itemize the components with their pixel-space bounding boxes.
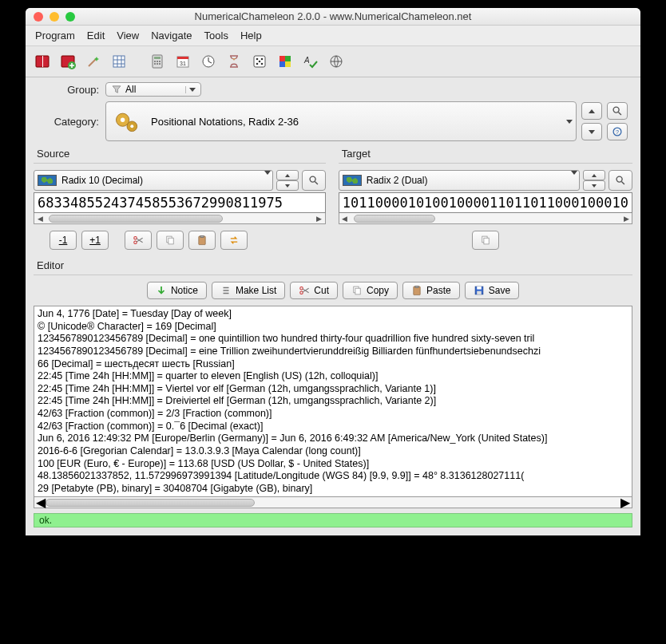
source-copy-button[interactable] [157,231,184,250]
calc-icon[interactable] [149,53,166,70]
arrow-down-icon [156,285,167,296]
svg-rect-42 [200,235,204,237]
svg-rect-54 [477,291,482,294]
editor-scrollbar[interactable]: ◀ ▶ [34,497,632,508]
source-buttons: -1 +1 [34,231,326,250]
svg-point-9 [159,61,161,62]
editor-textarea[interactable]: Jun 4, 1776 [Date] = Tuesday [Day of wee… [34,306,632,497]
app-window: NumericalChameleon 2.0.0 - www.Numerical… [26,8,640,535]
svg-point-22 [259,61,261,63]
copy-button[interactable]: Copy [343,282,398,299]
group-value: All [122,84,185,95]
target-unit-stepper [583,170,605,191]
transfer-icon [228,235,240,246]
svg-rect-4 [113,56,125,67]
paste-button[interactable]: Paste [402,282,460,299]
svg-point-46 [300,291,303,294]
group-combo[interactable]: All [105,82,201,97]
source-unit-stepper [276,170,299,191]
editor-line: 22:45 [Time 24h [HH:MM]] = Viertel vor e… [38,383,628,396]
source-input[interactable]: 683348552437458553672990811975 [34,192,326,213]
target-unit-down[interactable] [583,180,605,191]
editor-line: Jun 6, 2016 12:49:32 PM [Europe/Berlin (… [38,433,628,445]
group-row: Group: All [34,82,632,97]
flag-icon [343,175,362,186]
category-help-button[interactable]: ? [607,123,628,140]
menu-help[interactable]: Help [236,28,267,43]
source-unit-combo[interactable]: Radix 10 (Decimal) [34,170,273,191]
source-section: Source Radix 10 (Decimal) 68334855243745… [34,146,326,250]
source-unit-down[interactable] [276,180,299,191]
menu-tools[interactable]: Tools [200,28,233,43]
svg-rect-1 [42,56,43,67]
menu-edit[interactable]: Edit [82,28,109,43]
svg-text:?: ? [616,129,619,135]
editor-line: 48.13856021337852, 11.572996973991394 [L… [38,470,628,483]
wand-icon[interactable] [85,53,102,70]
hourglass-icon[interactable] [225,53,243,70]
editor-line: 1234567890123456789 [Decimal] = eine Tri… [38,346,628,358]
source-cut-button[interactable] [125,231,152,250]
scissors-icon [133,235,144,246]
editor-title: Editor [34,258,632,275]
target-unit-up[interactable] [583,170,605,180]
menu-navigate[interactable]: Navigate [146,28,196,43]
clipboard-icon [196,235,208,246]
svg-rect-49 [355,288,360,294]
svg-rect-23 [279,56,285,61]
floppy-icon [474,285,485,296]
cut-button[interactable]: Cut [290,282,338,299]
source-search-button[interactable] [302,170,326,191]
editor-line: 22:45 [Time 24h [HH:MM]] = Dreiviertel e… [38,395,628,408]
svg-rect-45 [484,238,489,244]
menu-view[interactable]: View [112,28,144,43]
grid-icon[interactable] [110,53,128,70]
menu-program[interactable]: Program [30,28,80,43]
category-combo[interactable]: Positional Notations, Radix 2-36 [105,101,577,141]
svg-point-7 [154,61,156,62]
book-add-icon[interactable] [59,53,77,70]
minus-one-button[interactable]: -1 [50,231,77,250]
target-unit-combo[interactable]: Radix 2 (Dual) [339,170,580,191]
book-red-icon[interactable] [34,53,51,70]
target-buttons [339,231,632,250]
editor-line: 1234567890123456789 [Decimal] = one quin… [38,333,628,346]
gears-icon [113,107,141,136]
editor-line: Jun 4, 1776 [Date] = Tuesday [Day of wee… [38,308,628,321]
menubar: Program Edit View Navigate Tools Help [26,26,640,46]
source-special-button[interactable] [220,231,248,250]
svg-rect-51 [415,286,418,287]
source-paste-button[interactable] [188,231,216,250]
source-unit-value: Radix 10 (Decimal) [61,175,264,186]
target-scrollbar[interactable]: ◀ ▶ [339,213,632,224]
source-scrollbar[interactable]: ◀ ▶ [34,213,326,224]
category-up-button[interactable] [581,102,602,120]
svg-text:A: A [303,56,310,65]
target-copy-button[interactable] [472,231,499,250]
category-value: Positional Notations, Radix 2-36 [151,116,566,128]
svg-point-36 [310,176,315,182]
svg-text:31: 31 [180,61,186,66]
target-output[interactable]: 10110000101001000011011011000100010 [339,192,632,213]
editor-line: © [Unicode® Character] = 169 [Decimal] [38,321,628,334]
category-search-button[interactable] [607,102,628,120]
makelist-button[interactable]: Make List [212,282,285,299]
colors-icon[interactable] [276,53,294,70]
globe-icon[interactable] [327,53,345,70]
source-unit-up[interactable] [276,170,299,180]
funnel-icon [111,84,122,95]
dice-icon[interactable] [251,53,268,70]
svg-point-47 [300,286,303,290]
clock-icon[interactable] [200,53,217,70]
category-down-button[interactable] [581,123,602,140]
svg-rect-26 [285,61,291,67]
save-button[interactable]: Save [465,282,519,299]
svg-point-37 [134,241,137,244]
calendar-icon[interactable]: 31 [174,53,192,70]
plus-one-button[interactable]: +1 [81,231,109,250]
window-title: NumericalChameleon 2.0.0 - www.Numerical… [26,10,640,22]
notice-button[interactable]: Notice [147,282,207,299]
category-stepper [581,102,602,140]
spellcheck-icon[interactable]: A [302,53,319,70]
target-search-button[interactable] [609,170,632,191]
